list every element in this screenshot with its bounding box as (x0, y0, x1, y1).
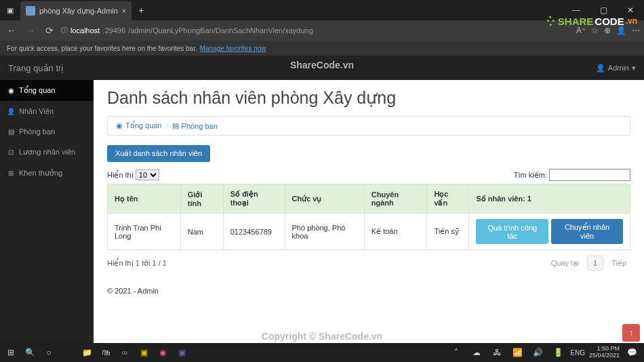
favorites-hint: For quick access, place your favorites h… (7, 45, 197, 52)
dashboard-icon: ◉ (116, 121, 123, 130)
prev-page[interactable]: Quay lại (547, 256, 583, 270)
explorer-icon[interactable]: 📁 (79, 344, 95, 361)
col-phone[interactable]: Số điện thoại (223, 184, 285, 214)
user-icon: 👤 (7, 108, 15, 115)
page-title: Danh sách nhân viên phòng Xây dựng (107, 88, 630, 108)
col-education[interactable]: Học vấn (427, 184, 469, 214)
sidebar-item-rewards[interactable]: ⊞Khen thưởng (0, 163, 94, 184)
list-icon: ▤ (7, 128, 15, 136)
cell-name: Trinh Tran Phi Long (108, 214, 181, 250)
page-favicon (26, 6, 35, 16)
list-icon: ▤ (172, 121, 179, 130)
url-field[interactable]: ⓘ localhost:29496/admin/QuanLyPhongBan/D… (61, 26, 572, 35)
menu-icon[interactable]: ⋯ (632, 26, 640, 35)
length-control: Hiển thị 10 (107, 169, 159, 180)
url-port: :29496 (102, 26, 125, 35)
col-gender[interactable]: Giới tính (180, 184, 223, 214)
table-info: Hiển thị 1 tới 1 / 1 (107, 259, 167, 268)
arrow-up-icon: ↑ (629, 328, 633, 338)
breadcrumb-home[interactable]: ◉Tổng quan (116, 121, 161, 130)
cell-phone: 0123456789 (223, 214, 285, 250)
next-page[interactable]: Tiếp (607, 256, 630, 270)
url-host: localhost (71, 26, 100, 35)
visualstudio-icon[interactable]: ∞ (117, 344, 133, 361)
search-icon[interactable]: 🔍 (22, 344, 38, 361)
language-indicator[interactable]: ENG (570, 349, 585, 357)
breadcrumb: ◉Tổng quan / ▤Phòng ban (107, 116, 630, 136)
app-brand[interactable]: Trang quản trị (8, 63, 64, 73)
gift-icon: ⊞ (7, 169, 15, 177)
back-button[interactable]: ← (4, 25, 19, 36)
cell-major: Kế toán (364, 214, 427, 250)
close-tab-icon[interactable]: × (122, 7, 126, 15)
profile-icon[interactable]: 👤 (616, 26, 626, 35)
sidebar: ◉Tổng quan 👤Nhân Viên ▤Phòng ban ⊡Lương … (0, 80, 94, 343)
tray-chevron-icon[interactable]: ˄ (448, 344, 464, 361)
favorites-icon[interactable]: ☆ (591, 26, 599, 35)
cell-position: Phó phòng, Phó khoa (285, 214, 364, 250)
wifi-icon[interactable]: 📶 (509, 344, 525, 361)
sidebar-item-employees[interactable]: 👤Nhân Viên (0, 101, 94, 121)
recycle-icon (544, 15, 557, 27)
info-icon: ⓘ (61, 26, 68, 35)
app-topnav: Trang quản trị 👤 Admin ▾ (0, 56, 644, 80)
network-icon[interactable]: 🖧 (489, 344, 505, 361)
col-name[interactable]: Họ tên (108, 184, 181, 214)
breadcrumb-current[interactable]: ▤Phòng ban (172, 121, 218, 130)
employee-table: Họ tên Giới tính Số điện thoại Chức vụ C… (107, 184, 630, 250)
search-label: Tìm kiếm: (514, 171, 547, 179)
col-major[interactable]: Chuyên ngành (364, 184, 427, 214)
forward-button[interactable]: → (23, 25, 38, 36)
search-input[interactable] (549, 169, 630, 181)
browser-tab[interactable]: phòng Xây dựng-Admin × (20, 1, 132, 20)
start-button[interactable]: ⊞ (3, 344, 19, 361)
col-position[interactable]: Chức vụ (285, 184, 364, 214)
table-row: Trinh Tran Phi Long Nam 0123456789 Phó p… (108, 214, 630, 250)
store-icon[interactable]: 🛍 (98, 344, 114, 361)
user-icon: 👤 (596, 64, 605, 73)
transfer-button[interactable]: Chuyển nhân viên (551, 219, 623, 244)
caret-down-icon: ▾ (632, 64, 636, 73)
show-label: Hiển thị (107, 171, 134, 179)
user-label: Admin (608, 64, 629, 72)
page-number[interactable]: 1 (587, 256, 603, 270)
tab-title: phòng Xây dựng-Admin (39, 7, 118, 16)
notifications-icon[interactable]: 💬 (624, 344, 640, 361)
sidebar-item-salary[interactable]: ⊡Lương nhân viên (0, 142, 94, 163)
pagination: Quay lại 1 Tiếp (547, 256, 630, 270)
scroll-top-button[interactable]: ↑ (622, 324, 640, 342)
col-count: Số nhân viên: 1 (469, 184, 630, 214)
clock-date: 25/04/2021 (589, 353, 620, 359)
sidebar-item-overview[interactable]: ◉Tổng quan (0, 80, 94, 101)
system-clock[interactable]: 1:50 PM 25/04/2021 (589, 346, 620, 359)
url-path: /admin/QuanLyPhongBan/DanhSachNhanVien/x… (128, 26, 313, 35)
cell-gender: Nam (180, 214, 223, 250)
cortana-icon[interactable]: ○ (41, 344, 57, 361)
edge-icon[interactable] (60, 344, 76, 361)
sidebar-item-departments[interactable]: ▤Phòng ban (0, 121, 94, 142)
app-icon[interactable]: ▣ (136, 344, 152, 361)
export-button[interactable]: Xuất danh sách nhân viên (107, 145, 210, 162)
volume-icon[interactable]: 🔊 (529, 344, 546, 361)
search-control: Tìm kiếm: (514, 169, 630, 181)
length-select[interactable]: 10 (136, 169, 159, 180)
cell-education: Tiến sỹ (427, 214, 469, 250)
money-icon: ⊡ (7, 148, 15, 156)
teams-icon[interactable]: ▣ (174, 344, 190, 361)
collections-icon[interactable]: ⊕ (604, 26, 611, 35)
manage-favorites-link[interactable]: Manage favorites now (200, 45, 266, 52)
dashboard-icon: ◉ (7, 87, 15, 94)
favorites-bar: For quick access, place your favorites h… (0, 41, 644, 56)
windows-taskbar: ⊞ 🔍 ○ 📁 🛍 ∞ ▣ ◉ ▣ ˄ ☁ 🖧 📶 🔊 🔋 ENG 1:50 P… (0, 343, 644, 362)
read-aloud-icon[interactable]: A⁺ (576, 26, 586, 35)
work-history-button[interactable]: Quá trình công tác (476, 219, 548, 244)
new-tab-button[interactable]: + (132, 5, 150, 16)
edge-app-icon: ▣ (0, 6, 20, 15)
user-menu[interactable]: 👤 Admin ▾ (596, 64, 636, 73)
breadcrumb-separator: / (165, 122, 167, 130)
refresh-button[interactable]: ⟳ (42, 25, 57, 36)
sharecode-logo: SHARECODE.vn (544, 15, 637, 27)
onedrive-icon[interactable]: ☁ (468, 344, 485, 361)
messenger-icon[interactable]: ◉ (155, 344, 171, 361)
battery-icon[interactable]: 🔋 (550, 344, 566, 361)
